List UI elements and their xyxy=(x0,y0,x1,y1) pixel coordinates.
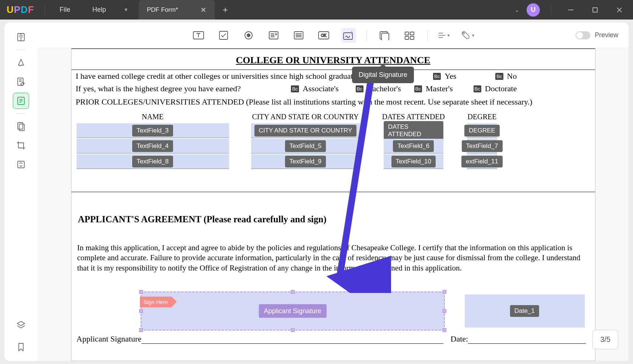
option-associates: Associate's xyxy=(303,84,339,93)
sign-here-tag: Sign Here xyxy=(140,297,172,307)
image-field-tool-icon[interactable] xyxy=(377,28,392,43)
svg-point-25 xyxy=(463,32,464,34)
resize-handle[interactable] xyxy=(443,309,446,313)
resize-handle[interactable] xyxy=(139,290,143,294)
resize-handle[interactable] xyxy=(139,309,143,313)
edit-tool-icon[interactable] xyxy=(13,74,29,90)
form-text-field[interactable]: TextField_5 xyxy=(251,139,360,153)
separator xyxy=(17,113,25,114)
form-text-field[interactable]: TextField_9 xyxy=(251,154,360,169)
svg-rect-7 xyxy=(18,123,23,129)
organize-tool-icon[interactable] xyxy=(13,118,29,134)
question-text: I have earned college credit at other co… xyxy=(76,71,366,81)
close-button[interactable] xyxy=(611,0,628,20)
signature-field-label: Applicant Signature xyxy=(259,304,326,318)
checkbox-icon[interactable]: Bc xyxy=(433,73,441,80)
resize-handle[interactable] xyxy=(291,290,295,294)
listbox-tool-icon[interactable] xyxy=(291,28,306,43)
form-text-field[interactable]: extField_11 xyxy=(467,154,497,169)
svg-rect-20 xyxy=(381,33,389,40)
checkbox-icon[interactable]: Bc xyxy=(414,85,422,92)
col-header-dates: DATES ATTENDED xyxy=(382,113,445,121)
form-text-field[interactable]: TextField_7 xyxy=(467,139,497,153)
page-indicator[interactable]: 3/5 xyxy=(592,330,618,349)
separator xyxy=(551,5,551,15)
form-text-field[interactable]: TextField_10 xyxy=(384,154,443,169)
resize-handle[interactable] xyxy=(291,328,295,332)
svg-rect-11 xyxy=(219,31,228,39)
form-text-field[interactable]: TextField_4 xyxy=(77,139,229,153)
app-logo: UPDF xyxy=(7,4,34,15)
resize-handle[interactable] xyxy=(443,328,446,332)
prior-colleges-table: NAME TextField_3 TextField_4 TextField_8… xyxy=(71,109,595,173)
document-tab[interactable]: PDF Form* ✕ xyxy=(139,0,215,20)
tab-label: PDF Form* xyxy=(147,6,178,14)
preview-label: Preview xyxy=(595,31,618,39)
redact-tool-icon[interactable] xyxy=(13,156,29,173)
agreement-heading: APPLICANT'S AGREEMENT (Please read caref… xyxy=(71,192,595,232)
separator xyxy=(427,30,428,41)
col-header-city: CITY AND STATE OR COUNTRY xyxy=(252,113,359,121)
agreement-paragraph: In making this application, I accept and… xyxy=(71,232,595,280)
bookmark-icon[interactable] xyxy=(13,339,29,355)
form-text-field[interactable]: TextField_8 xyxy=(77,154,229,169)
form-text-field[interactable]: TextField_3 xyxy=(77,123,229,138)
date-label: Date: xyxy=(451,334,468,343)
tab-close-button[interactable]: ✕ xyxy=(200,6,207,14)
checkbox-icon[interactable]: Bc xyxy=(291,85,299,92)
svg-rect-8 xyxy=(19,124,24,131)
layers-icon[interactable] xyxy=(13,317,29,333)
barcode-tool-icon[interactable] xyxy=(402,28,417,43)
user-avatar[interactable]: U xyxy=(527,3,540,17)
form-text-field[interactable]: CITY AND STATE OR COUNTRY xyxy=(251,123,360,138)
digital-signature-tool-icon[interactable] xyxy=(341,28,356,43)
date-field[interactable]: Date_1 xyxy=(465,294,585,328)
text-field-tool-icon[interactable] xyxy=(191,28,206,43)
question-text: If yes, what is the highest degree you h… xyxy=(76,84,241,93)
svg-rect-23 xyxy=(405,36,409,39)
svg-rect-9 xyxy=(18,161,24,168)
col-header-degree: DEGREE xyxy=(468,113,497,121)
dropdown-tool-icon[interactable] xyxy=(266,28,281,43)
section-heading: COLLEGE OR UNIVERSITY ATTENDANCE xyxy=(71,49,595,70)
chevron-down-icon[interactable]: ⌄ xyxy=(515,7,519,13)
svg-text:OK: OK xyxy=(321,33,326,38)
option-no: No xyxy=(507,71,517,81)
checkbox-icon[interactable]: Bc xyxy=(474,85,481,92)
signature-area: Sign Here Applicant Signature Date_1 App… xyxy=(71,280,595,347)
tools-dropdown[interactable]: ▼ xyxy=(461,31,475,40)
checkbox-tool-icon[interactable] xyxy=(216,28,231,43)
separator xyxy=(17,50,25,50)
checkbox-icon[interactable]: Bc xyxy=(356,85,363,92)
new-tab-button[interactable]: + xyxy=(215,5,236,15)
document-viewport[interactable]: COLLEGE OR UNIVERSITY ATTENDANCE I have … xyxy=(38,48,629,361)
crop-tool-icon[interactable] xyxy=(13,137,29,153)
comment-tool-icon[interactable] xyxy=(13,54,29,71)
svg-rect-1 xyxy=(593,8,597,12)
pdf-page: COLLEGE OR UNIVERSITY ATTENDANCE I have … xyxy=(71,48,595,361)
tab-menu-arrow[interactable]: ▼ xyxy=(117,7,135,13)
maximize-button[interactable] xyxy=(587,0,604,20)
prior-colleges-text: PRIOR COLLEGES/UNIVERSITIES ATTENDED (Pl… xyxy=(71,95,595,109)
button-tool-icon[interactable]: OK xyxy=(316,28,331,43)
resize-handle[interactable] xyxy=(443,290,446,294)
reader-tool-icon[interactable] xyxy=(13,29,29,45)
form-text-field[interactable]: DATES ATTENDED xyxy=(384,123,443,138)
svg-rect-24 xyxy=(410,36,414,39)
menu-file[interactable]: File xyxy=(49,6,81,14)
form-tool-icon[interactable] xyxy=(13,93,29,109)
svg-rect-18 xyxy=(344,33,352,39)
checkbox-icon[interactable]: Bc xyxy=(495,73,503,80)
left-sidebar xyxy=(4,22,38,361)
resize-handle[interactable] xyxy=(139,328,143,332)
preview-toggle[interactable] xyxy=(576,31,590,39)
minimize-button[interactable] xyxy=(562,0,579,20)
tooltip: Digital Signature xyxy=(352,67,414,83)
form-text-field[interactable]: TextField_6 xyxy=(384,139,443,153)
signature-field-selected[interactable]: Sign Here Applicant Signature xyxy=(141,291,445,331)
align-dropdown[interactable]: ▼ xyxy=(438,32,451,39)
menu-help[interactable]: Help xyxy=(81,6,117,14)
separator xyxy=(45,5,45,15)
radio-tool-icon[interactable] xyxy=(241,28,256,43)
form-text-field[interactable]: DEGREE xyxy=(467,123,497,138)
